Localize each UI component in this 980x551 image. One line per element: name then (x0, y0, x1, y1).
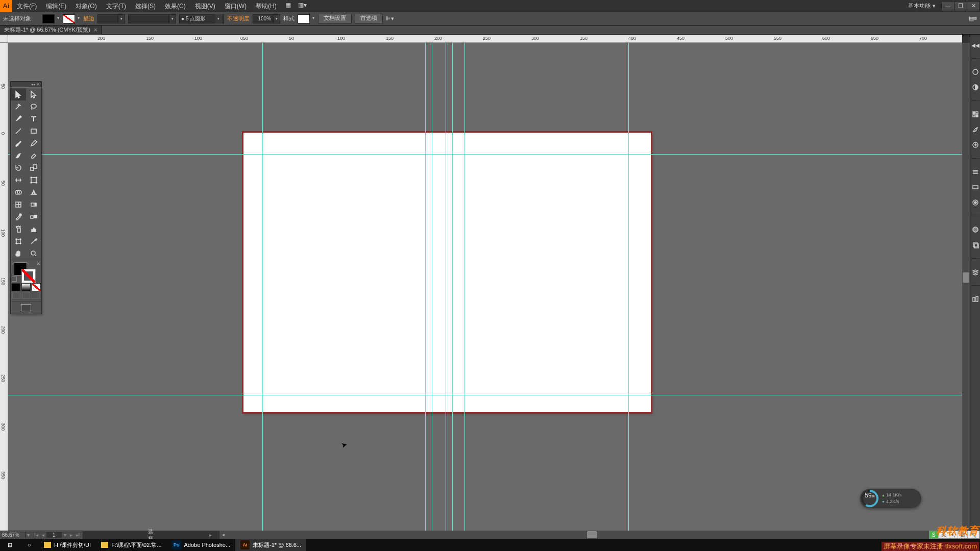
rectangle-tool[interactable] (26, 125, 41, 137)
default-fill-stroke-icon[interactable] (12, 277, 17, 282)
width-tool[interactable] (11, 174, 26, 186)
line-tool[interactable] (11, 125, 26, 137)
menu-effect[interactable]: 效果(C) (160, 0, 190, 12)
pen-tool[interactable] (11, 113, 26, 125)
menu-help[interactable]: 帮助(H) (251, 0, 281, 12)
fill-stroke-control[interactable]: ⤭ (11, 260, 41, 283)
start-button[interactable]: ⊞ (0, 539, 19, 551)
opacity-label[interactable]: 不透明度 (227, 15, 250, 22)
color-guide-panel-icon[interactable] (971, 83, 979, 91)
document-tab[interactable]: 未标题-1* @ 66.67% (CMYK/预览)✕ (0, 26, 102, 35)
minimize-button[interactable]: — (941, 1, 954, 11)
guide-vertical[interactable] (628, 43, 629, 531)
swap-fill-stroke-icon[interactable]: ⤭ (36, 261, 40, 266)
style-swatch[interactable] (298, 14, 310, 23)
scroll-left-icon[interactable]: ◂ (219, 531, 227, 538)
stroke-panel-icon[interactable] (971, 168, 979, 176)
layers-panel-icon[interactable] (971, 268, 979, 276)
align-panel-icon[interactable] (971, 295, 979, 303)
canvas[interactable]: ➤ (8, 43, 962, 531)
blob-brush-tool[interactable] (11, 149, 26, 162)
toolbox[interactable]: ◂◂✕ ⤭ (10, 88, 42, 314)
close-button[interactable]: ✕ (967, 1, 980, 11)
align-button[interactable]: ⊫▾ (386, 15, 394, 22)
lasso-tool[interactable] (26, 101, 41, 113)
free-transform-tool[interactable] (26, 174, 41, 186)
fill-swatch[interactable] (42, 14, 55, 23)
artboard[interactable] (243, 132, 651, 413)
guide-vertical[interactable] (432, 43, 432, 531)
menu-view[interactable]: 视图(V) (190, 0, 220, 12)
color-panel-icon[interactable] (971, 68, 979, 76)
brushes-panel-icon[interactable] (971, 126, 979, 134)
panel-header[interactable]: ◂◂✕ (10, 81, 42, 87)
draw-normal[interactable] (12, 292, 20, 299)
close-tab-icon[interactable]: ✕ (93, 27, 97, 33)
workspace-switcher[interactable]: 基本功能▾ (905, 2, 939, 10)
search-button[interactable]: ○ (19, 539, 39, 551)
pencil-tool[interactable] (26, 137, 41, 149)
draw-behind[interactable] (22, 292, 30, 299)
guide-vertical[interactable] (446, 43, 446, 531)
expand-dock-icon[interactable]: ◂◂ (971, 41, 979, 49)
scrollbar-thumb[interactable] (963, 272, 969, 283)
opacity-dropdown[interactable]: ▾ (273, 14, 280, 23)
symbol-sprayer-tool[interactable] (11, 223, 26, 235)
guide-vertical[interactable] (262, 43, 263, 531)
profile-dropdown[interactable] (128, 14, 169, 23)
brush-def-input[interactable] (184, 14, 215, 23)
eraser-tool[interactable] (26, 149, 41, 162)
stroke-weight-input[interactable] (97, 14, 118, 23)
magic-wand-tool[interactable] (11, 101, 26, 113)
menu-object[interactable]: 对象(O) (71, 0, 101, 12)
color-mode-solid[interactable] (11, 283, 20, 291)
menu-file[interactable]: 文件(F) (12, 0, 41, 12)
ruler-origin[interactable] (0, 35, 8, 43)
taskbar-item[interactable]: H:\课件剪切\UI (39, 539, 96, 551)
opacity-input[interactable] (253, 14, 273, 23)
eyedropper-tool[interactable] (11, 211, 26, 223)
scrollbar-thumb[interactable] (587, 531, 597, 538)
rotate-tool[interactable] (11, 162, 26, 174)
column-graph-tool[interactable] (26, 223, 41, 235)
swatches-panel-icon[interactable] (971, 110, 979, 118)
screen-mode[interactable] (11, 302, 41, 314)
color-mode-none[interactable] (32, 283, 41, 291)
maximize-button[interactable]: ❐ (954, 1, 967, 11)
scrollbar-horizontal[interactable]: ◂ ▸ (219, 531, 962, 539)
menu-edit[interactable]: 编辑(E) (41, 0, 71, 12)
taskbar-item-active[interactable]: Ai未标题-1* @ 66.6... (235, 539, 306, 551)
symbols-panel-icon[interactable] (971, 141, 979, 149)
profile-dropdown-arrow[interactable]: ▾ (169, 14, 176, 23)
artboard-nav[interactable]: |◂◂ 1 ▾▸▸| (31, 532, 83, 538)
color-mode-gradient[interactable] (21, 283, 31, 291)
type-tool[interactable] (26, 113, 41, 125)
gradient-tool[interactable] (26, 198, 41, 211)
stroke-label[interactable]: 描边 (83, 15, 94, 22)
doc-setup-button[interactable]: 文档设置 (318, 14, 352, 24)
shape-builder-tool[interactable] (11, 186, 26, 198)
performance-widget[interactable]: 59% 14.1K/s 4.2K/s (860, 489, 921, 508)
scrollbar-vertical[interactable] (962, 43, 970, 531)
graphic-styles-panel-icon[interactable] (971, 241, 979, 249)
stroke-swatch[interactable] (63, 14, 75, 23)
menu-window[interactable]: 窗口(W) (220, 0, 251, 12)
hand-tool[interactable] (11, 247, 26, 260)
mesh-tool[interactable] (11, 198, 26, 211)
stroke-weight-dropdown[interactable]: ▾ (118, 14, 125, 23)
scale-tool[interactable] (26, 162, 41, 174)
blend-tool[interactable] (26, 211, 41, 223)
arrange-docs-icon[interactable]: ▥▾ (297, 0, 309, 10)
appearance-panel-icon[interactable] (971, 226, 979, 234)
guide-vertical[interactable] (464, 43, 465, 531)
artboard-tool[interactable] (11, 235, 26, 247)
ruler-horizontal[interactable]: 200 150 100 50 0 50 100 150 200 250 300 … (8, 35, 962, 43)
perspective-grid-tool[interactable] (26, 186, 41, 198)
selection-tool[interactable] (11, 88, 26, 101)
gradient-panel-icon[interactable] (971, 183, 979, 191)
zoom-tool[interactable] (26, 247, 41, 260)
bridge-icon[interactable]: ▦ (282, 0, 295, 10)
taskbar-item[interactable]: F:\课程\平面\02.常... (96, 539, 166, 551)
guide-horizontal[interactable] (8, 395, 962, 395)
guide-vertical[interactable] (452, 43, 453, 531)
